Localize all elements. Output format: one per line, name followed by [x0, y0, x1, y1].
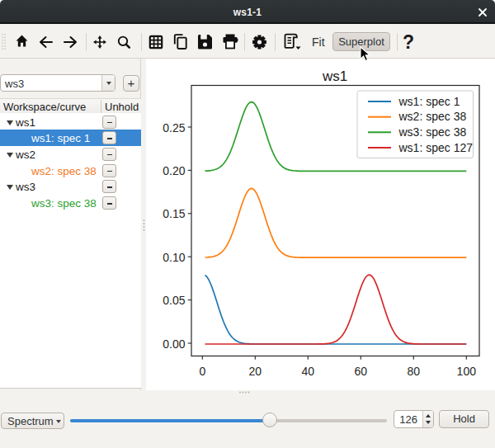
svg-text:0.00: 0.00: [163, 337, 185, 351]
svg-text:60: 60: [355, 365, 368, 378]
svg-text:0.15: 0.15: [163, 207, 185, 220]
svg-text:20: 20: [249, 365, 262, 378]
svg-text:ws1: spec 1: ws1: spec 1: [398, 95, 460, 108]
svg-text:ws2: spec 38: ws2: spec 38: [398, 110, 467, 123]
svg-text:40: 40: [302, 365, 315, 378]
svg-text:0.20: 0.20: [163, 164, 185, 177]
svg-text:ws1: spec 127: ws1: spec 127: [398, 141, 474, 154]
svg-text:0.10: 0.10: [163, 251, 185, 264]
svg-text:ws3: spec 38: ws3: spec 38: [398, 125, 467, 139]
svg-text:80: 80: [408, 365, 421, 378]
svg-text:100: 100: [457, 365, 477, 378]
svg-text:0.05: 0.05: [163, 294, 185, 307]
svg-text:0.25: 0.25: [163, 121, 185, 134]
svg-text:0: 0: [199, 365, 205, 378]
svg-text:ws1: ws1: [322, 68, 347, 84]
